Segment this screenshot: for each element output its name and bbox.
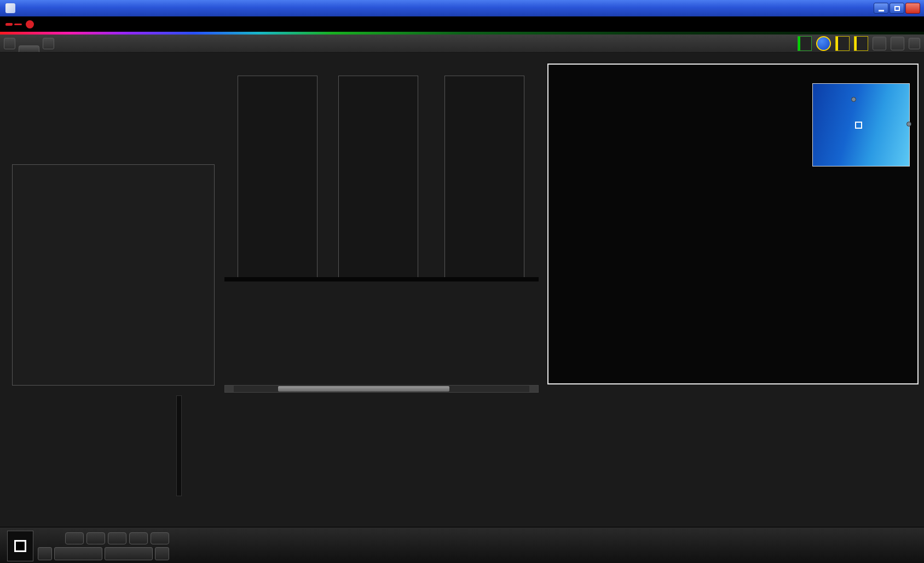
cie-chart-panel: [547, 64, 919, 384]
patch-compare-strip: [224, 277, 539, 282]
deltae2000-plot: [12, 164, 215, 386]
plot-area: [238, 76, 317, 279]
plot-area: [338, 76, 418, 279]
display-status-stripe: [854, 37, 857, 50]
scrollbar-track[interactable]: [234, 386, 529, 392]
deltae2000-chart: [12, 154, 215, 398]
y-axis: [221, 76, 238, 279]
patch-bar: [0, 527, 924, 563]
pattern-window-button[interactable]: [7, 531, 33, 561]
display-control-select[interactable]: [854, 36, 868, 51]
deltah-chart: [428, 66, 525, 279]
plot-area: [444, 76, 524, 279]
restore-button[interactable]: [890, 3, 904, 14]
meter-count-badge[interactable]: [816, 36, 831, 51]
deltae2000-x-axis: [12, 386, 215, 398]
title-bar: [0, 0, 924, 16]
loop-icon[interactable]: [151, 532, 169, 544]
scroll-right-icon[interactable]: [529, 386, 538, 392]
deltac-chart: [322, 66, 419, 279]
minimize-icon: [879, 10, 884, 12]
scrollbar-thumb[interactable]: [278, 386, 449, 392]
minimize-button[interactable]: [874, 3, 888, 14]
restore-icon: [894, 6, 900, 11]
collapse-panel-button[interactable]: [909, 38, 920, 49]
inset-measured-point: [851, 97, 856, 102]
calman-logo: [5, 23, 13, 26]
deltal-chart: [221, 66, 319, 279]
close-button[interactable]: [905, 3, 920, 14]
stop-icon[interactable]: [65, 532, 84, 544]
play-icon[interactable]: [86, 532, 105, 544]
back-chevron-button[interactable]: [38, 547, 52, 560]
inset-target-point: [855, 122, 862, 129]
y-axis: [322, 76, 338, 279]
inset-measured-point: [906, 122, 911, 127]
record-icon[interactable]: [108, 532, 126, 544]
chart-title: [338, 66, 419, 76]
help-button[interactable]: [891, 37, 904, 50]
scroll-left-icon[interactable]: [225, 386, 234, 392]
source-select[interactable]: [835, 36, 850, 51]
y-axis: [428, 76, 444, 279]
continuous-read-icon[interactable]: [129, 532, 148, 544]
next-button[interactable]: [105, 547, 153, 560]
chart-title: [12, 154, 215, 164]
tab-bar: [0, 35, 924, 53]
logo-bar: [0, 16, 924, 32]
calman-version: [14, 24, 22, 25]
gear-icon[interactable]: [873, 37, 886, 50]
transport-controls: [38, 532, 169, 560]
compare-scrollbar[interactable]: [224, 385, 539, 393]
pattern-window-icon: [14, 540, 26, 552]
cie-zoom-inset: [812, 83, 910, 166]
chart-title: [238, 66, 319, 76]
app-icon: [5, 3, 15, 13]
logo-dropdown-icon[interactable]: [26, 20, 34, 28]
tab-scroll-button[interactable]: [4, 38, 15, 49]
app-window: [0, 0, 924, 563]
table-scrollbar[interactable]: [176, 395, 182, 496]
meter-select[interactable]: [798, 36, 812, 51]
back-button[interactable]: [54, 547, 102, 560]
meter-status-stripe: [798, 37, 800, 50]
chart-title: [444, 66, 525, 76]
tab-history-1[interactable]: [19, 45, 39, 52]
add-tab-button[interactable]: [43, 38, 54, 49]
source-status-stripe: [836, 37, 838, 50]
next-chevron-button[interactable]: [155, 547, 169, 560]
